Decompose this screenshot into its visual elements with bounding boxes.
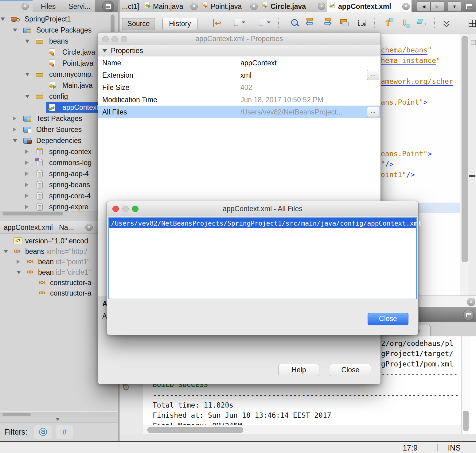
tree-item-label: spring-expre [49,203,88,211]
dropdown-caret-icon[interactable] [242,21,245,25]
toolbar-collapse-folds-icon[interactable] [440,17,453,29]
toolbar-previous-occurrence-icon[interactable]: ⇦ [302,17,316,29]
toolbar-next-occurrence-icon[interactable]: ⇨ [321,17,335,29]
property-row-all-files[interactable]: All Files/Users/vev82/NetBeansProject...… [98,106,380,118]
tab-projects-partial[interactable]: × [0,0,33,12]
close-icon[interactable]: × [402,3,410,10]
scroll-tabs-left-button[interactable]: ◀ [417,2,431,11]
tree-item-label: Test Packages [36,114,82,123]
output-horizontal-scrollbar[interactable] [143,425,461,434]
scrollbar-thumb[interactable] [462,36,468,262]
dialog-titlebar[interactable]: appContext.xml - All Files [107,201,418,216]
close-icon[interactable]: × [21,3,29,10]
toolbar-rectangular-selection-icon[interactable] [356,17,369,29]
output-vertical-scrollbar[interactable] [461,336,470,434]
close-button[interactable]: Close [330,364,371,376]
navigator-horizontal-scrollbar[interactable] [0,412,118,417]
history-view-button[interactable]: History [162,18,197,30]
source-view-button[interactable]: Source [122,18,155,30]
dialog-title: appContext.xml - Properties [98,35,380,43]
close-icon[interactable]: × [85,224,93,231]
close-icon[interactable]: × [318,3,325,10]
expand-icon[interactable] [17,260,20,264]
collapse-icon[interactable] [25,40,29,43]
dropdown-caret-icon[interactable] [267,21,271,25]
close-icon[interactable]: × [250,3,258,10]
scrollbar-thumb[interactable] [2,212,63,215]
editor-vertical-scrollbar[interactable] [460,34,469,296]
close-button-label: Close [341,366,360,374]
editor-tab[interactable]: ...ct1] [119,0,142,12]
collapse-icon[interactable] [13,139,17,142]
file-path-text: /Users/vev82/NetBeansProjects/SpringProj… [111,220,421,227]
maximize-output-button[interactable] [463,310,474,320]
splitter-collapse-icon[interactable] [56,418,60,421]
list-item-selected[interactable]: /Users/vev82/NetBeansProjects/SpringProj… [109,218,416,228]
collapse-section-icon[interactable] [102,49,107,52]
close-icon[interactable]: × [467,298,475,306]
toolbar-previous-document-icon[interactable]: ← [232,17,245,29]
expand-icon[interactable] [25,172,29,176]
toolbar-jump-last-edit-icon[interactable]: ↩ [211,17,225,29]
expand-icon[interactable] [25,161,29,165]
property-row-extension[interactable]: Extensionxml... [98,69,380,81]
property-value: xml [240,71,252,79]
filter-attributes-button[interactable]: ⓐ [34,425,52,439]
tab-files[interactable]: Files [33,0,64,12]
collapse-icon[interactable] [17,271,21,274]
editor-tab[interactable]: Main.java× [142,0,200,12]
toolbar-toggle-highlight-icon[interactable] [416,17,429,29]
editor-tab[interactable]: appContext.xml× [327,0,412,12]
collapse-icon[interactable] [1,17,5,21]
scrollbar-thumb[interactable] [2,413,31,416]
tree-item-label: SpringProject1 [25,15,71,23]
toolbar-next-bookmark-icon[interactable]: ⇩ [398,17,411,29]
code-segment: " [419,98,423,106]
tab-list-dropdown-button[interactable]: ▼ [448,2,461,11]
scrollbar-thumb[interactable] [463,411,469,431]
collapse-icon[interactable] [25,73,29,76]
toolbar-editor-splitter-icon[interactable] [465,17,476,29]
property-row-modification-time[interactable]: Modification TimeJun 18, 2017 10:50:52 P… [98,93,380,106]
filter-id-button[interactable]: # [56,425,73,439]
maximize-window-icon[interactable] [466,4,472,9]
scrollbar-thumb[interactable] [147,427,243,433]
tab-services[interactable]: Servi... [64,0,96,12]
expand-icon[interactable] [25,149,29,154]
collapse-icon[interactable] [4,250,8,253]
tree-item[interactable]: SpringProject1 [0,14,118,25]
editor-tab[interactable]: Circle.java× [259,0,327,12]
toolbar-find-icon[interactable] [288,17,301,29]
ellipsis-button[interactable]: ... [367,70,379,80]
editor-tab[interactable]: Point.java× [200,0,260,12]
dialog-titlebar[interactable]: appContext.xml - Properties [98,33,380,45]
restore-window-button[interactable] [102,1,114,13]
scroll-tabs-right-button[interactable]: ▶ [431,2,444,11]
expand-icon[interactable] [13,116,16,121]
error-stripe-caret-mark[interactable] [469,175,475,177]
expand-icon[interactable] [25,183,29,187]
toolbar-previous-bookmark-icon[interactable]: ⇧ [381,17,395,29]
ellipsis-button[interactable]: ... [367,107,379,117]
toolbar-next-document-icon[interactable]: → [257,17,271,29]
xml-tag-icon: «» [26,268,33,276]
collapse-icon[interactable] [25,95,29,98]
panel-splitter[interactable] [0,417,118,422]
property-row-name[interactable]: NameappContext [98,56,380,69]
expand-icon[interactable] [25,194,29,198]
expand-icon[interactable] [25,205,29,209]
history-button-label: History [169,20,191,28]
tree-item-label: spring-core-4 [49,192,91,200]
expand-icon[interactable] [13,127,16,132]
circled-a-icon: ⓐ [39,428,47,437]
collapse-icon[interactable] [13,29,17,32]
file-path-list[interactable]: /Users/vev82/NetBeansProjects/SpringProj… [108,217,417,299]
help-button[interactable]: Help [278,364,319,376]
properties-section-header[interactable]: Properties [98,45,380,57]
folder-sources-icon [23,125,32,134]
toolbar-duplicate-selection-icon[interactable] [338,17,351,29]
close-icon[interactable]: × [190,3,198,10]
xml-pi-icon: <? [14,237,22,244]
property-row-file-size[interactable]: File Size402 [98,81,380,94]
close-button[interactable]: Close [368,313,408,325]
